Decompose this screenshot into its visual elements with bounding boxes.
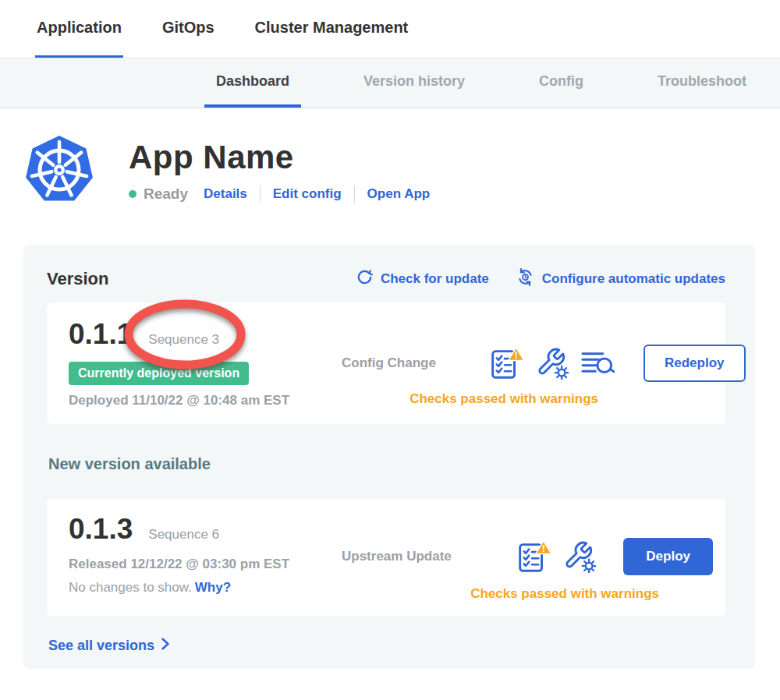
tab-application[interactable]: Application bbox=[35, 0, 123, 58]
configure-automatic-updates-label: Configure automatic updates bbox=[542, 271, 725, 287]
version-panel: Version Check for update bbox=[23, 245, 755, 669]
divider bbox=[354, 186, 355, 203]
see-all-versions-label: See all versions bbox=[48, 638, 154, 654]
new-version-card: 0.1.3 Sequence 6 Released 12/12/22 @ 03:… bbox=[47, 499, 725, 616]
deployed-status-badge: Currently deployed version bbox=[69, 362, 249, 385]
check-for-update-link[interactable]: Check for update bbox=[356, 268, 489, 290]
refresh-icon bbox=[356, 268, 374, 290]
deploy-button[interactable]: Deploy bbox=[623, 538, 713, 575]
status-dot-icon bbox=[129, 190, 136, 198]
config-edit-icon[interactable] bbox=[563, 540, 596, 573]
current-version-card: 0.1.1 Sequence 3 Currently deployed vers… bbox=[47, 302, 725, 424]
edit-config-link[interactable]: Edit config bbox=[273, 186, 342, 202]
preflight-checks-warning-icon[interactable]: ! bbox=[490, 346, 524, 380]
tab-config[interactable]: Config bbox=[527, 58, 595, 108]
new-sequence-label: Sequence 6 bbox=[148, 527, 219, 543]
divider bbox=[260, 186, 261, 203]
see-all-versions-link[interactable]: See all versions bbox=[48, 638, 170, 654]
view-files-icon[interactable] bbox=[580, 348, 615, 378]
svg-text:!: ! bbox=[542, 543, 545, 554]
new-version-number: 0.1.3 bbox=[69, 513, 133, 546]
released-timestamp: Released 12/12/22 @ 03:30 pm EST bbox=[69, 557, 342, 572]
version-heading: Version bbox=[47, 269, 108, 289]
primary-nav: Application GitOps Cluster Management bbox=[0, 0, 780, 58]
check-for-update-label: Check for update bbox=[381, 271, 489, 287]
page-title: App Name bbox=[129, 139, 430, 176]
preflight-status-text: Checks passed with warnings bbox=[410, 391, 598, 407]
deployed-timestamp: Deployed 11/10/22 @ 10:48 am EST bbox=[69, 393, 342, 408]
tab-troubleshoot[interactable]: Troubleshoot bbox=[646, 58, 758, 108]
no-changes-text: No changes to show. bbox=[69, 580, 192, 595]
new-version-heading: New version available bbox=[48, 455, 725, 473]
chevron-right-icon bbox=[161, 638, 170, 654]
app-status-row: Ready Details Edit config Open App bbox=[129, 186, 430, 203]
tab-cluster-management[interactable]: Cluster Management bbox=[254, 0, 410, 58]
current-version-number: 0.1.1 bbox=[69, 318, 133, 351]
current-version-source-label: Config Change bbox=[342, 355, 490, 371]
status-text: Ready bbox=[144, 186, 188, 203]
current-sequence-label: Sequence 3 bbox=[148, 332, 219, 348]
auto-update-schedule-icon bbox=[516, 267, 535, 291]
configure-automatic-updates-link[interactable]: Configure automatic updates bbox=[516, 267, 725, 291]
preflight-checks-warning-icon[interactable]: ! bbox=[517, 539, 551, 574]
redeploy-button[interactable]: Redeploy bbox=[644, 345, 746, 382]
kubernetes-logo-icon bbox=[23, 134, 95, 206]
config-edit-icon[interactable] bbox=[536, 347, 569, 380]
new-version-source-label: Upstream Update bbox=[342, 549, 490, 564]
tab-gitops[interactable]: GitOps bbox=[161, 0, 216, 58]
app-header: App Name Ready Details Edit config Open … bbox=[23, 134, 780, 206]
open-app-link[interactable]: Open App bbox=[367, 186, 431, 202]
svg-text:!: ! bbox=[515, 350, 518, 361]
tab-version-history[interactable]: Version history bbox=[352, 58, 477, 108]
details-link[interactable]: Details bbox=[204, 186, 247, 202]
secondary-nav: Dashboard Version history Config Trouble… bbox=[0, 58, 780, 108]
why-link[interactable]: Why? bbox=[195, 580, 231, 595]
preflight-status-text: Checks passed with warnings bbox=[470, 586, 659, 602]
tab-dashboard[interactable]: Dashboard bbox=[204, 58, 301, 108]
